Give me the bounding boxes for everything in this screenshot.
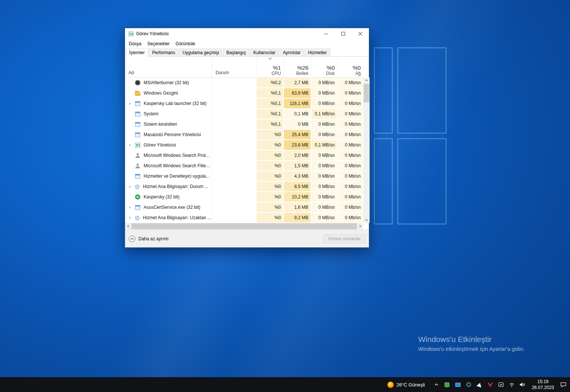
- process-row[interactable]: › AsusCertService.exe (32 bit) %0 1,6 MB…: [125, 202, 363, 213]
- tab-3[interactable]: Başlangıç: [223, 49, 249, 57]
- process-name: Kaspersky Lab launcher (32 bit): [144, 98, 206, 109]
- expand-chevron-icon[interactable]: ›: [127, 140, 132, 150]
- scroll-right-icon[interactable]: [357, 223, 363, 230]
- process-name-cell: › Windows Gezgini: [125, 88, 212, 98]
- tab-0[interactable]: İşlemler: [126, 49, 148, 57]
- tab-5[interactable]: Ayrıntılar: [279, 49, 304, 57]
- process-name: Sistem kesintileri: [144, 119, 177, 129]
- tab-1[interactable]: Performans: [149, 49, 178, 57]
- process-disk: 0 MB/sn: [311, 181, 337, 192]
- scroll-left-icon[interactable]: [125, 223, 131, 230]
- tray-icon-pen-tablet[interactable]: [498, 382, 504, 388]
- process-row[interactable]: › Microsoft Windows Search Prot... %0 2,…: [125, 150, 363, 161]
- process-status: [212, 129, 256, 140]
- column-header-name[interactable]: Ad: [125, 57, 212, 77]
- window-title: Görev Yöneticisi: [136, 31, 168, 36]
- hidden-icons-chevron[interactable]: [433, 382, 439, 388]
- activation-watermark: Windows'u Etkinleştir Windows'u etkinleş…: [418, 335, 525, 352]
- close-button[interactable]: [352, 28, 369, 39]
- process-row[interactable]: › Sistem kesintileri %0,1 0 MB 0 MB/sn 0…: [125, 119, 363, 129]
- menu-item-0[interactable]: Dosya: [126, 40, 144, 47]
- process-row[interactable]: › MSIAfterburner (32 bit) %0,2 2,7 MB 0 …: [125, 78, 363, 88]
- process-row[interactable]: › Hizmetler ve Denetleyici uygula... %0 …: [125, 171, 363, 181]
- horizontal-scrollbar-thumb[interactable]: [131, 223, 357, 229]
- tray-icon-antivirus[interactable]: [487, 382, 493, 388]
- process-name-cell: › Görev Yöneticisi: [125, 140, 212, 150]
- process-row[interactable]: › Microsoft Windows Search Filte... %0 1…: [125, 161, 363, 171]
- process-network: 0 Mb/sn: [337, 109, 363, 119]
- menu-item-2[interactable]: Görüntüle: [173, 40, 198, 47]
- volume-icon[interactable]: [520, 382, 525, 388]
- tab-6[interactable]: Hizmetler: [305, 49, 330, 57]
- process-name-cell: › Hizmetler ve Denetleyici uygula...: [125, 171, 212, 181]
- process-row[interactable]: › Hizmet Ana Bilgisayarı: Uzaktan ... %0…: [125, 213, 363, 223]
- process-list: › MSIAfterburner (32 bit) %0,2 2,7 MB 0 …: [125, 78, 370, 223]
- column-header-cpu[interactable]: %1 CPU: [256, 57, 284, 77]
- horizontal-scrollbar[interactable]: [125, 223, 363, 230]
- vertical-scrollbar-thumb[interactable]: [364, 84, 369, 102]
- tray-icon-app[interactable]: [476, 382, 482, 388]
- weather-sun-icon: [387, 382, 394, 388]
- process-row[interactable]: › Kaspersky Lab launcher (32 bit) %0,1 1…: [125, 98, 363, 109]
- process-disk: 0,1 MB/sn: [311, 109, 337, 119]
- app-icon: [135, 185, 140, 189]
- expand-chevron-icon[interactable]: ›: [127, 213, 132, 223]
- weather-widget[interactable]: 26°C Güneşli: [387, 382, 425, 388]
- process-table-body: › MSIAfterburner (32 bit) %0,2 2,7 MB 0 …: [125, 78, 363, 223]
- close-icon: [358, 32, 362, 36]
- process-status: [212, 192, 256, 202]
- tray-icon-sync[interactable]: [466, 382, 472, 388]
- minimize-button[interactable]: [318, 28, 335, 39]
- tray-icon-display[interactable]: [455, 382, 461, 388]
- column-header-disk[interactable]: %0 Disk: [311, 57, 337, 77]
- action-center-icon: [560, 382, 566, 388]
- action-center-button[interactable]: [560, 382, 566, 388]
- maximize-button[interactable]: [335, 28, 352, 39]
- taskbar: 26°C Güneşli 15:19 26.07.2023: [0, 377, 570, 392]
- process-row[interactable]: › System %0,1 0,1 MB 0,1 MB/sn 0 Mb/sn: [125, 109, 363, 119]
- process-memory: 1,5 MB: [284, 161, 311, 171]
- expand-chevron-icon[interactable]: ›: [127, 182, 132, 191]
- menu-item-1[interactable]: Seçenekler: [144, 40, 173, 47]
- vertical-scrollbar[interactable]: [363, 78, 370, 223]
- column-header-status[interactable]: Durum: [212, 57, 256, 77]
- caption-buttons: [318, 28, 369, 39]
- process-disk: 0 MB/sn: [311, 98, 337, 109]
- process-row[interactable]: › Kaspersky (32 bit) %0 10,2 MB 0 MB/sn …: [125, 192, 363, 202]
- process-row[interactable]: › Masaüstü Pencere Yöneticisi %0 25,4 MB…: [125, 129, 363, 140]
- process-memory: 2,0 MB: [284, 150, 311, 161]
- tab-4[interactable]: Kullanıcılar: [250, 49, 279, 57]
- process-disk: 0 MB/sn: [311, 150, 337, 161]
- circle-icon: [466, 382, 471, 387]
- process-name: AsusCertService.exe (32 bit): [144, 202, 200, 213]
- process-network: 0 Mb/sn: [337, 161, 363, 171]
- fewer-details-toggle[interactable]: Daha az ayrıntı: [129, 235, 168, 242]
- process-cpu: %0: [256, 161, 284, 171]
- green-square-icon: [445, 382, 449, 387]
- column-header-network[interactable]: %0 Ağ: [337, 57, 363, 77]
- process-name-cell: › Hizmet Ana Bilgisayarı: Durum ...: [125, 181, 212, 192]
- process-row[interactable]: › Görev Yöneticisi %0 23,8 MB 0,1 MB/sn …: [125, 140, 363, 150]
- network-icon[interactable]: [509, 382, 515, 388]
- scroll-down-icon[interactable]: [363, 217, 370, 223]
- scroll-up-icon[interactable]: [363, 78, 370, 83]
- process-status: [212, 140, 256, 150]
- process-cpu: %0: [256, 129, 284, 140]
- tray-icon-graphics[interactable]: [444, 382, 450, 388]
- process-cpu: %0,1: [256, 109, 284, 119]
- expand-chevron-icon[interactable]: ›: [127, 99, 132, 108]
- process-cpu: %0: [256, 181, 284, 192]
- tab-2[interactable]: Uygulama geçmişi: [179, 49, 222, 57]
- process-name: Microsoft Windows Search Prot...: [144, 150, 209, 161]
- taskbar-clock[interactable]: 15:19 26.07.2023: [532, 379, 554, 391]
- process-row[interactable]: › Windows Gezgini %0,1 63,9 MB 0 MB/sn 0…: [125, 88, 363, 98]
- footer-bar: Daha az ayrıntı Görevi sonlandır: [125, 230, 369, 247]
- process-row[interactable]: › Hizmet Ana Bilgisayarı: Durum ... %0 8…: [125, 181, 363, 192]
- end-task-button[interactable]: Görevi sonlandır: [324, 234, 365, 243]
- process-cpu: %0: [256, 213, 284, 223]
- title-bar[interactable]: Görev Yöneticisi: [125, 28, 369, 39]
- disk-column-label: Disk: [326, 71, 335, 76]
- expand-chevron-icon[interactable]: ›: [127, 202, 132, 212]
- network-column-label: Ağ: [355, 71, 361, 76]
- column-header-memory[interactable]: %26 Bellek: [284, 57, 311, 77]
